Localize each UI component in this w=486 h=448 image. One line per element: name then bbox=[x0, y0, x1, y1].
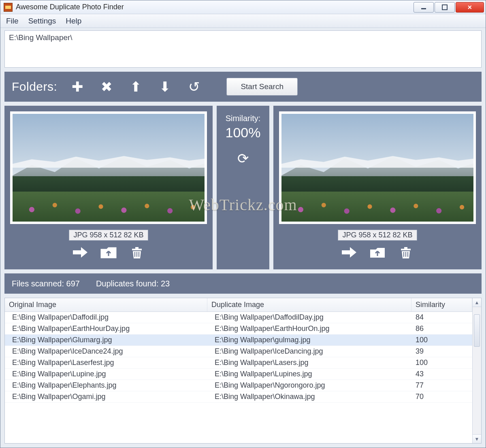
maximize-icon bbox=[442, 4, 448, 10]
table-row[interactable]: E:\Bing Wallpaper\Glumarg.jpgE:\Bing Wal… bbox=[5, 335, 472, 346]
col-similarity[interactable]: Similarity bbox=[411, 298, 472, 311]
table-row[interactable]: E:\Bing Wallpaper\Ogami.jpgE:\Bing Wallp… bbox=[5, 391, 472, 403]
arrow-up-icon: ⬆ bbox=[130, 79, 141, 94]
left-image-panel: JPG 958 x 512 82 KB bbox=[4, 106, 213, 269]
status-bar: Files scanned: 697 Duplicates found: 23 bbox=[4, 273, 482, 294]
left-delete-button[interactable] bbox=[129, 245, 145, 262]
add-folder-button[interactable]: ✚ bbox=[68, 80, 86, 94]
menu-file[interactable]: File bbox=[6, 17, 19, 26]
table-row[interactable]: E:\Bing Wallpaper\IceDance24.jpgE:\Bing … bbox=[5, 346, 472, 357]
folder-list[interactable]: E:\Bing Wallpaper\ bbox=[4, 30, 482, 68]
duplicates-found: Duplicates found: 23 bbox=[96, 279, 170, 288]
cell-similarity: 70 bbox=[411, 391, 472, 403]
svg-rect-1 bbox=[442, 5, 447, 10]
table-row[interactable]: E:\Bing Wallpaper\Laserfest.jpgE:\Bing W… bbox=[5, 357, 472, 369]
maximize-button[interactable] bbox=[435, 2, 455, 13]
window-title: Awesome Duplicate Photo Finder bbox=[16, 3, 124, 11]
trash-icon bbox=[129, 245, 145, 259]
cell-similarity: 86 bbox=[411, 323, 472, 335]
x-icon: ✖ bbox=[101, 79, 112, 94]
folders-label: Folders: bbox=[12, 80, 57, 94]
app-window: Awesome Duplicate Photo Finder ✕ File Se… bbox=[0, 0, 486, 448]
similarity-panel: Similarity: 100% ⟳ bbox=[217, 106, 269, 269]
left-image-info: JPG 958 x 512 82 KB bbox=[69, 230, 148, 241]
menu-settings[interactable]: Settings bbox=[28, 17, 56, 26]
scroll-thumb[interactable] bbox=[474, 314, 480, 347]
right-delete-button[interactable] bbox=[398, 245, 414, 262]
move-down-button[interactable]: ⬇ bbox=[156, 80, 174, 94]
trash-icon bbox=[398, 245, 414, 259]
folders-toolbar: Folders: ✚ ✖ ⬆ ⬇ ↺ Start Search bbox=[4, 72, 482, 102]
menubar: File Settings Help bbox=[0, 14, 486, 28]
undo-icon: ↺ bbox=[188, 79, 200, 94]
close-icon: ✕ bbox=[467, 4, 472, 11]
cell-duplicate: E:\Bing Wallpaper\Lupines.jpg bbox=[207, 369, 411, 380]
cell-similarity: 84 bbox=[411, 312, 472, 323]
cell-similarity: 43 bbox=[411, 369, 472, 380]
cell-similarity: 100 bbox=[411, 335, 472, 346]
similarity-label: Similarity: bbox=[226, 114, 261, 123]
table-row[interactable]: E:\Bing Wallpaper\Lupine.jpgE:\Bing Wall… bbox=[5, 369, 472, 380]
start-search-button[interactable]: Start Search bbox=[226, 78, 298, 96]
table-header: Original Image Duplicate Image Similarit… bbox=[5, 298, 472, 312]
scroll-up-icon[interactable]: ▲ bbox=[473, 298, 481, 307]
swap-button[interactable]: ⟳ bbox=[237, 150, 249, 166]
table-row[interactable]: E:\Bing Wallpaper\Elephants.jpgE:\Bing W… bbox=[5, 380, 472, 391]
similarity-value: 100% bbox=[226, 125, 261, 141]
cell-original: E:\Bing Wallpaper\Elephants.jpg bbox=[5, 380, 207, 391]
cell-duplicate: E:\Bing Wallpaper\IceDancing.jpg bbox=[207, 346, 411, 357]
cell-original: E:\Bing Wallpaper\Ogami.jpg bbox=[5, 391, 207, 403]
cell-duplicate: E:\Bing Wallpaper\Okinawa.jpg bbox=[207, 391, 411, 403]
menu-help[interactable]: Help bbox=[66, 17, 81, 26]
move-up-button[interactable]: ⬆ bbox=[127, 80, 145, 94]
plus-icon: ✚ bbox=[72, 79, 83, 94]
table-body: E:\Bing Wallpaper\Daffodil.jpgE:\Bing Wa… bbox=[5, 312, 472, 403]
folder-up-icon bbox=[369, 245, 386, 259]
right-image-info: JPG 958 x 512 82 KB bbox=[338, 230, 417, 241]
cell-duplicate: E:\Bing Wallpaper\EarthHourOn.jpg bbox=[207, 323, 411, 335]
table-row[interactable]: E:\Bing Wallpaper\EarthHourDay.jpgE:\Bin… bbox=[5, 323, 472, 335]
results-table: Original Image Duplicate Image Similarit… bbox=[4, 298, 482, 444]
left-move-button[interactable] bbox=[100, 245, 117, 262]
refresh-icon: ⟳ bbox=[237, 151, 249, 166]
folder-path[interactable]: E:\Bing Wallpaper\ bbox=[9, 33, 477, 42]
arrow-right-icon bbox=[72, 245, 88, 259]
close-button[interactable]: ✕ bbox=[456, 2, 484, 13]
compare-panels: JPG 958 x 512 82 KB Similarity: 100% bbox=[4, 106, 482, 269]
arrow-down-icon: ⬇ bbox=[159, 79, 171, 94]
svg-rect-0 bbox=[421, 8, 426, 9]
app-icon bbox=[4, 3, 13, 12]
cell-duplicate: E:\Bing Wallpaper\DaffodilDay.jpg bbox=[207, 312, 411, 323]
minimize-button[interactable] bbox=[414, 2, 434, 13]
cell-original: E:\Bing Wallpaper\EarthHourDay.jpg bbox=[5, 323, 207, 335]
left-image-preview[interactable] bbox=[10, 111, 207, 224]
vertical-scrollbar[interactable]: ▲ ▼ bbox=[472, 298, 481, 443]
right-next-button[interactable] bbox=[341, 245, 357, 262]
right-image-panel: JPG 958 x 512 82 KB bbox=[273, 106, 482, 269]
cell-original: E:\Bing Wallpaper\Laserfest.jpg bbox=[5, 357, 207, 369]
cell-duplicate: E:\Bing Wallpaper\gulmag.jpg bbox=[207, 335, 411, 346]
table-row[interactable]: E:\Bing Wallpaper\Daffodil.jpgE:\Bing Wa… bbox=[5, 312, 472, 323]
reset-button[interactable]: ↺ bbox=[185, 80, 203, 94]
right-image-preview[interactable] bbox=[279, 111, 476, 224]
titlebar[interactable]: Awesome Duplicate Photo Finder ✕ bbox=[0, 0, 486, 14]
scroll-down-icon[interactable]: ▼ bbox=[473, 434, 481, 443]
col-duplicate[interactable]: Duplicate Image bbox=[207, 298, 411, 311]
cell-similarity: 77 bbox=[411, 380, 472, 391]
remove-folder-button[interactable]: ✖ bbox=[98, 80, 115, 94]
cell-original: E:\Bing Wallpaper\IceDance24.jpg bbox=[5, 346, 207, 357]
cell-duplicate: E:\Bing Wallpaper\Ngorongoro.jpg bbox=[207, 380, 411, 391]
cell-similarity: 100 bbox=[411, 357, 472, 369]
minimize-icon bbox=[421, 4, 426, 10]
col-original[interactable]: Original Image bbox=[5, 298, 207, 311]
right-move-button[interactable] bbox=[369, 245, 386, 262]
folder-up-icon bbox=[100, 245, 117, 259]
cell-original: E:\Bing Wallpaper\Glumarg.jpg bbox=[5, 335, 207, 346]
left-next-button[interactable] bbox=[72, 245, 88, 262]
cell-original: E:\Bing Wallpaper\Lupine.jpg bbox=[5, 369, 207, 380]
files-scanned: Files scanned: 697 bbox=[12, 279, 80, 288]
arrow-right-icon bbox=[341, 245, 357, 259]
cell-original: E:\Bing Wallpaper\Daffodil.jpg bbox=[5, 312, 207, 323]
cell-duplicate: E:\Bing Wallpaper\Lasers.jpg bbox=[207, 357, 411, 369]
cell-similarity: 39 bbox=[411, 346, 472, 357]
